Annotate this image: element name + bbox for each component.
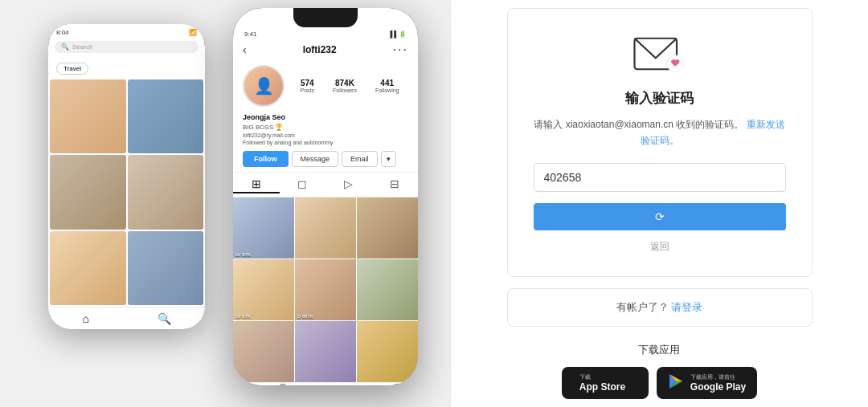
ig-photo [357,321,418,382]
login-link[interactable]: 请登录 [671,301,702,313]
app-store-name: App Store [579,381,625,393]
search-icon: 🔍 [61,43,69,51]
follow-button[interactable]: Follow [243,151,289,167]
phone-notch [293,8,358,27]
verify-email: xiaoxiaotan@xiaoman.cn [566,119,674,130]
login-card: 有帐户了？ 请登录 [507,288,813,327]
grid-cell [128,155,204,229]
google-play-icon [668,373,684,392]
search-text: Search [72,43,92,51]
phone-back: 8:04 📶 🔍 Search Travel [48,24,205,329]
grid-cell [50,79,126,153]
verify-submit-button[interactable]: ⟳ [534,203,786,230]
dropdown-button[interactable]: ▾ [381,151,396,167]
ig-photo: D 687K [295,259,356,320]
message-button[interactable]: Message [292,151,339,167]
ig-photo [295,197,356,258]
following-count: 441 [375,79,399,88]
nav-profile-icon[interactable]: 👤 [390,383,406,385]
submit-spinner-icon: ⟳ [655,210,665,223]
ig-posts-stat: 574 Posts [300,79,314,93]
phone-back-nav: ⌂ 🔍 [48,307,205,329]
verification-code-input[interactable] [534,163,786,192]
ig-photo [357,197,418,258]
ig-tab-tag[interactable]: ◻ [280,176,326,193]
login-prompt-text: 有帐户了？ [616,301,669,313]
ig-tabs: ⊞ ◻ ▷ ⊟ [233,172,418,197]
phones-section: 8:04 📶 🔍 Search Travel [0,0,450,407]
app-store-button[interactable]: 下载 App Store [562,367,649,399]
ig-followers-stat: 874K Followers [333,79,357,93]
ig-username: lofti232 [303,44,337,55]
ig-tab-tagged[interactable]: ⊟ [372,176,419,193]
phone-back-search: 🔍 Search [48,38,205,56]
ig-stats: 574 Posts 874K Followers 441 Following [291,79,408,93]
verify-desc-text: 请输入 xiaoxiaotan@xiaoman.cn 收到的验证码。 [534,119,743,130]
phone-back-status: 8:04 📶 [48,24,205,38]
back-phone-icons: 📶 [189,29,197,36]
verify-card: 输入验证码 请输入 xiaoxiaotan@xiaoman.cn 收到的验证码。… [507,8,813,276]
ig-bottom-nav: ⌂ 🔍 ⊕ 🛍 👤 [233,382,418,385]
ig-email: lofti232@ry.mail.com [233,132,418,139]
app-store-sub: 下载 [579,373,591,381]
ig-photo: Dr 87K [233,259,294,320]
phone-front: 9:41 ▐ ▌🔋 ‹ lofti232 ··· 👤 574 Posts [233,8,418,385]
verify-title: 输入验证码 [534,89,786,108]
search-nav-icon: 🔍 [158,312,171,325]
front-phone-time: 9:41 [244,31,257,38]
following-label: Following [375,88,399,93]
back-phone-time: 8:04 [56,29,69,36]
grid-cell [50,155,126,229]
phone-back-tab: Travel [48,56,205,78]
back-link[interactable]: 返回 [650,241,669,252]
home-icon: ⌂ [82,312,88,325]
google-play-sub: 下载应用，请前往 [690,373,735,381]
instagram-header: ‹ lofti232 ··· [233,39,418,60]
phone-front-screen: 9:41 ▐ ▌🔋 ‹ lofti232 ··· 👤 574 Posts [233,8,418,385]
followers-label: Followers [333,88,357,93]
phone-back-screen: 8:04 📶 🔍 Search Travel [48,24,205,329]
posts-count: 574 [300,79,314,88]
ig-tab-grid[interactable]: ⊞ [233,176,280,193]
posts-label: Posts [300,88,314,93]
nav-add-icon[interactable]: ⊕ [317,383,328,385]
ig-photo: Dr 87K [233,197,294,258]
instagram-status-bar: 9:41 ▐ ▌🔋 [233,27,418,39]
ig-following-stat: 441 Following [375,79,399,93]
ig-action-buttons: Follow Message Email ▾ [233,146,418,172]
search-bar[interactable]: 🔍 Search [55,41,199,53]
page-container: 8:04 📶 🔍 Search Travel [0,0,868,407]
download-title: 下载应用 [562,343,757,357]
travel-chip[interactable]: Travel [56,63,88,75]
nav-shop-icon[interactable]: 🛍 [353,384,366,386]
followers-count: 874K [333,79,357,88]
right-panel: 输入验证码 请输入 xiaoxiaotan@xiaoman.cn 收到的验证码。… [450,0,868,407]
grid-cell [128,231,204,305]
email-icon-wrap [534,31,786,76]
front-status-icons: ▐ ▌🔋 [387,31,407,38]
more-options-icon[interactable]: ··· [393,43,408,57]
ig-photo [233,321,294,382]
google-play-button[interactable]: 下载应用，请前往 Google Play [657,367,757,399]
download-section: 下载应用 下载 App Store [562,343,757,399]
avatar: 👤 [243,65,285,107]
nav-search-icon[interactable]: 🔍 [277,383,293,385]
verify-desc: 请输入 xiaoxiaotan@xiaoman.cn 收到的验证码。 重新发送验… [534,117,786,148]
ig-followed-by: Followed by analog and autonommy [233,139,418,146]
ig-profile-top: 👤 574 Posts 874K Followers 441 Followin [233,60,418,112]
ig-tab-tv[interactable]: ▷ [326,176,372,193]
ig-bio: BIG BOSS 🏆 [233,123,418,132]
ig-photo [357,259,418,320]
google-play-name: Google Play [690,381,746,393]
email-icon [632,31,688,76]
google-play-text: 下载应用，请前往 Google Play [690,373,746,393]
nav-home-icon[interactable]: ⌂ [245,384,253,386]
email-button[interactable]: Email [342,151,378,167]
grid-cell [50,231,126,305]
photo-grid-back [48,78,205,307]
ig-photo-grid: Dr 87K Dr 87K D 687K [233,197,418,382]
back-arrow-icon[interactable]: ‹ [243,43,247,56]
grid-cell [128,79,204,153]
app-store-text: 下载 App Store [579,373,625,393]
store-buttons: 下载 App Store [562,367,757,399]
